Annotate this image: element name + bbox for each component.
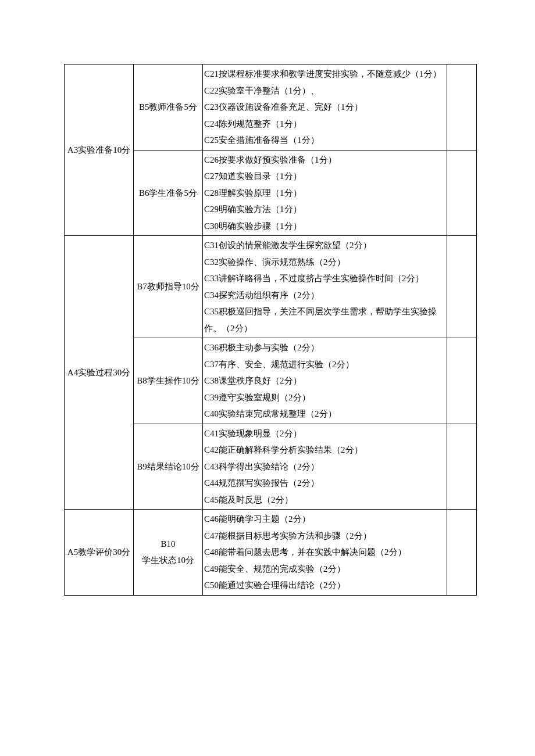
level-c-cell: C31创设的情景能激发学生探究欲望（2分）C32实验操作、演示规范熟练（2分）C… — [203, 236, 447, 338]
criteria-item: C22实验室干净整洁（1分）、 — [204, 83, 445, 99]
level-c-cell: C26按要求做好预实验准备（1分）C27知道实验目录（1分）C28理解实验原理（… — [203, 150, 447, 236]
score-cell — [447, 150, 477, 236]
level-b-cell: B5教师准备5分 — [134, 65, 203, 151]
criteria-item: C36积极主动参与实验（2分） — [204, 339, 445, 356]
level-a-cell: A3实验准备10分 — [65, 65, 134, 236]
table-row: A4实验过程30分B7教师指导10分C31创设的情景能激发学生探究欲望（2分）C… — [65, 236, 477, 338]
criteria-item: C32实验操作、演示规范熟练（2分） — [204, 254, 445, 271]
criteria-item: C49能安全、规范的完成实验（2分） — [204, 561, 445, 578]
criteria-item: C21按课程标准要求和教学进度安排实验，不随意减少（1分） — [204, 66, 445, 83]
level-b-cell: B6学生准备5分 — [134, 150, 203, 236]
criteria-item: C34探究活动组织有序（2分） — [204, 287, 445, 304]
criteria-item: C23仪器设施设备准备充足、完好（1分） — [204, 99, 445, 116]
level-b-cell: B8学生操作10分 — [134, 338, 203, 424]
score-cell — [447, 424, 477, 510]
criteria-item: C42能正确解释科学分析实验结果（2分） — [204, 442, 445, 458]
score-cell — [447, 65, 477, 151]
criteria-item: C26按要求做好预实验准备（1分） — [204, 152, 445, 169]
criteria-item: C47能根据目标思考实验方法和步骤（2分） — [204, 528, 445, 544]
score-cell — [447, 510, 477, 596]
level-a-cell: A5教学评价30分 — [65, 510, 134, 596]
level-c-cell: C46能明确学习主题（2分）C47能根据目标思考实验方法和步骤（2分）C48能带… — [203, 510, 447, 596]
criteria-item: C48能带着问题去思考，并在实践中解决问题（2分） — [204, 544, 445, 561]
criteria-item: C29明确实验方法（1分） — [204, 201, 445, 218]
level-c-cell: C41实验现象明显（2分）C42能正确解释科学分析实验结果（2分）C43科学得出… — [203, 424, 447, 510]
criteria-item: C38课堂秩序良好（2分） — [204, 372, 445, 389]
criteria-item: C33讲解详略得当，不过度挤占学生实验操作时间（2分） — [204, 270, 445, 287]
criteria-item: C43科学得出实验结论（2分） — [204, 458, 445, 475]
score-cell — [447, 338, 477, 424]
criteria-item: C31创设的情景能激发学生探究欲望（2分） — [204, 237, 445, 254]
criteria-item: C45能及时反思（2分） — [204, 492, 445, 508]
evaluation-table: A3实验准备10分B5教师准备5分C21按课程标准要求和教学进度安排实验，不随意… — [64, 64, 477, 596]
criteria-item: C35积极巡回指导，关注不同层次学生需求，帮助学生实验操作。（2分） — [204, 303, 445, 336]
level-c-cell: C21按课程标准要求和教学进度安排实验，不随意减少（1分）C22实验室干净整洁（… — [203, 65, 447, 151]
criteria-item: C27知道实验目录（1分） — [204, 168, 445, 185]
criteria-item: C37有序、安全、规范进行实验（2分） — [204, 356, 445, 373]
criteria-item: C41实验现象明显（2分） — [204, 425, 445, 442]
level-b-cell: B9结果结论10分 — [134, 424, 203, 510]
criteria-item: C40实验结束完成常规整理（2分） — [204, 406, 445, 422]
table-row: A5教学评价30分B10学生状态10分C46能明确学习主题（2分）C47能根据目… — [65, 510, 477, 596]
level-c-cell: C36积极主动参与实验（2分）C37有序、安全、规范进行实验（2分）C38课堂秩… — [203, 338, 447, 424]
criteria-item: C50能通过实验合理得出结论（2分） — [204, 577, 445, 594]
criteria-item: C44规范撰写实验报告（2分） — [204, 475, 445, 492]
level-b-cell: B10学生状态10分 — [134, 510, 203, 596]
criteria-item: C46能明确学习主题（2分） — [204, 511, 445, 528]
level-b-cell: B7教师指导10分 — [134, 236, 203, 338]
score-cell — [447, 236, 477, 338]
table-row: A3实验准备10分B5教师准备5分C21按课程标准要求和教学进度安排实验，不随意… — [65, 65, 477, 151]
level-a-cell: A4实验过程30分 — [65, 236, 134, 510]
criteria-item: C30明确实验步骤（1分） — [204, 218, 445, 235]
criteria-item: C24陈列规范整齐（1分） — [204, 116, 445, 132]
criteria-item: C25安全措施准备得当（1分） — [204, 132, 445, 149]
criteria-item: C39遵守实验室规则（2分） — [204, 389, 445, 406]
criteria-item: C28理解实验原理（1分） — [204, 185, 445, 202]
